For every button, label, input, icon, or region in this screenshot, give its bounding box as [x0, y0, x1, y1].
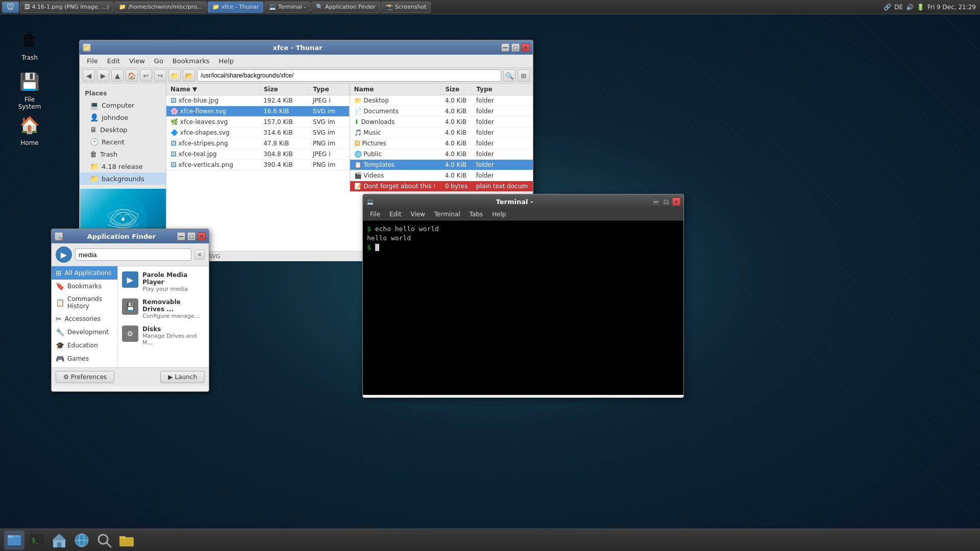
cat-all-apps[interactable]: ⊞ All Applications — [52, 266, 117, 280]
table-row[interactable]: 📝 Dont forget about this ! 0 bytes plain… — [350, 181, 533, 192]
table-row[interactable]: 🌐 Public 4.0 KiB folder — [350, 149, 533, 160]
back-button[interactable]: ◀ — [83, 69, 95, 82]
term-menu-edit[interactable]: Edit — [385, 210, 405, 219]
dock-files-icon — [6, 532, 22, 548]
thunar-maximize[interactable]: □ — [511, 43, 520, 52]
appfinder-close[interactable]: ✕ — [198, 232, 206, 240]
undo-button[interactable]: ↩ — [140, 69, 152, 82]
thunar-icon-btn[interactable]: 📁 — [83, 43, 91, 52]
terminal-close[interactable]: ✕ — [672, 197, 680, 206]
sidebar-release[interactable]: 📁 4.18 release — [80, 160, 166, 172]
table-row[interactable]: 🖼 xfce-teal.jpg 304.8 KiB JPEG i — [166, 149, 349, 160]
table-row[interactable]: 🌸 xfce-flower.svg 16.6 KiB SVG im — [166, 106, 349, 117]
cat-graphics[interactable]: 🖌 Graphics — [52, 365, 117, 367]
thunar-menu-view[interactable]: View — [125, 56, 149, 66]
dock-search[interactable] — [94, 531, 114, 550]
thunar-menu-edit[interactable]: Edit — [103, 56, 124, 66]
cat-bookmarks[interactable]: 🔖 Bookmarks — [52, 280, 117, 293]
thunar-close[interactable]: ✕ — [522, 43, 530, 52]
desktop-icon-trash[interactable]: 🗑 Trash — [9, 24, 50, 64]
dock-folder[interactable] — [116, 531, 137, 550]
term-menu-terminal[interactable]: Terminal — [430, 210, 464, 219]
view-toggle-button[interactable]: ⊞ — [518, 69, 530, 82]
taskbar-thunar-xfce[interactable]: 📁 xfce - Thunar — [208, 2, 263, 13]
list-item[interactable]: ⚙ Disks Manage Drives and M... — [120, 322, 207, 349]
term-menu-tabs[interactable]: Tabs — [465, 210, 487, 219]
cat-commands[interactable]: 📋 Commands History — [52, 293, 117, 312]
new-folder-button[interactable]: 📁 — [168, 69, 181, 82]
term-menu-file[interactable]: File — [366, 210, 384, 219]
appfinder-icon-btn[interactable]: 🔍 — [55, 232, 63, 240]
cat-games[interactable]: 🎮 Games — [52, 352, 117, 365]
redo-button[interactable]: ↪ — [154, 69, 166, 82]
search-button[interactable]: 🔍 — [503, 69, 516, 82]
table-row[interactable]: 🖼 xfce-verticals.png 390.4 KiB PNG im — [166, 160, 349, 170]
terminal-icon-winbtn[interactable]: 💻 — [366, 197, 374, 206]
table-row[interactable]: 📄 Documents 4.0 KiB folder — [350, 106, 533, 117]
col-name-right[interactable]: Name — [350, 84, 441, 95]
dock-browser[interactable] — [71, 531, 92, 550]
xfce-menu-button[interactable]: 🐭 — [2, 2, 19, 13]
dock-terminal[interactable]: $_ — [27, 531, 47, 550]
sidebar-backgrounds[interactable]: 📁 backgrounds — [80, 172, 166, 185]
col-type-left[interactable]: Type — [309, 84, 349, 95]
cat-education[interactable]: 🎓 Education — [52, 339, 117, 352]
taskbar-png-viewer[interactable]: 🖼 4.16-1.png (PNG Image, ...) — [20, 2, 114, 13]
appfinder-search-input[interactable] — [75, 248, 191, 261]
terminal-maximize[interactable]: □ — [662, 197, 670, 206]
table-row[interactable]: 📁 Desktop 4.0 KiB folder — [350, 95, 533, 106]
taskbar-terminal[interactable]: 💻 Terminal - — [264, 2, 310, 13]
table-row[interactable]: 🔷 xfce-shapes.svg 314.6 KiB SVG im — [166, 128, 349, 138]
col-size-right[interactable]: Size — [441, 84, 472, 95]
sidebar-desktop[interactable]: 🖥 Desktop — [80, 123, 166, 136]
taskbar-thunar-misc[interactable]: 📁 /home/schwinn/misc/pro... — [114, 2, 207, 13]
table-row[interactable]: 📋 Templates 4.0 KiB folder — [350, 160, 533, 170]
col-size-left[interactable]: Size — [259, 84, 309, 95]
appfinder-minimize[interactable]: — — [177, 232, 185, 240]
table-row[interactable]: 🖼 xfce-blue.jpg 192.4 KiB JPEG i — [166, 95, 349, 106]
terminal-body[interactable]: $ echo hello world hello world $ — [363, 220, 683, 395]
preferences-button[interactable]: ⚙ Preferences — [56, 371, 114, 383]
dock-home[interactable] — [49, 531, 69, 550]
taskbar-screenshot[interactable]: 📸 Screenshot — [381, 2, 431, 13]
address-bar[interactable] — [197, 69, 501, 82]
thunar-menu-file[interactable]: File — [83, 56, 102, 66]
term-menu-help[interactable]: Help — [488, 210, 510, 219]
appfinder-clear-button[interactable]: ✕ — [194, 249, 205, 260]
list-item[interactable]: ▶ Parole Media Player Play your media — [120, 268, 207, 295]
term-menu-view[interactable]: View — [406, 210, 429, 219]
open-location-button[interactable]: 📂 — [183, 69, 195, 82]
games-icon: 🎮 — [56, 355, 64, 363]
table-row[interactable]: 🖼 xfce-stripes.png 47.8 KiB PNG im — [166, 138, 349, 149]
thunar-menu-bookmarks[interactable]: Bookmarks — [168, 56, 214, 66]
taskbar-app-finder[interactable]: 🔍 Application Finder — [311, 2, 380, 13]
col-name-left[interactable]: Name ▼ — [166, 84, 259, 95]
disks-desc: Manage Drives and M... — [142, 333, 205, 346]
terminal-minimize[interactable]: — — [652, 197, 660, 206]
thunar-minimize[interactable]: — — [501, 43, 509, 52]
col-type-right[interactable]: Type — [472, 84, 533, 95]
table-row[interactable]: 🎵 Music 4.0 KiB folder — [350, 128, 533, 138]
forward-button[interactable]: ▶ — [97, 69, 109, 82]
launch-button[interactable]: ▶ Launch — [160, 371, 205, 383]
file-size: 47.8 KiB — [259, 138, 309, 149]
table-row[interactable]: 🎬 Videos 4.0 KiB folder — [350, 170, 533, 181]
list-item[interactable]: 💾 Removable Drives ... Configure manage.… — [120, 295, 207, 322]
desktop-icon-filesystem[interactable]: 💾 File System — [9, 66, 50, 113]
table-row[interactable]: ⬇ Downloads 4.0 KiB folder — [350, 117, 533, 128]
cat-accessories[interactable]: ✂ Accessories — [52, 312, 117, 325]
home-nav-button[interactable]: 🏠 — [126, 69, 138, 82]
sidebar-recent[interactable]: 🕐 Recent — [80, 136, 166, 148]
parent-button[interactable]: ▲ — [111, 69, 124, 82]
thunar-menu-go[interactable]: Go — [150, 56, 167, 66]
sidebar-computer[interactable]: 💻 Computer — [80, 99, 166, 111]
desktop-icon-home[interactable]: 🏠 Home — [9, 110, 50, 149]
table-row[interactable]: 🌿 xfce-leaves.svg 157.0 KiB SVG im — [166, 117, 349, 128]
sidebar-trash[interactable]: 🗑 Trash — [80, 148, 166, 160]
dock-files[interactable] — [4, 531, 24, 550]
thunar-menu-help[interactable]: Help — [214, 56, 238, 66]
cat-development[interactable]: 🔧 Development — [52, 325, 117, 339]
sidebar-johndoe[interactable]: 👤 johndoe — [80, 111, 166, 123]
appfinder-maximize[interactable]: □ — [187, 232, 195, 240]
table-row[interactable]: 🖼 Pictures 4.0 KiB folder — [350, 138, 533, 149]
